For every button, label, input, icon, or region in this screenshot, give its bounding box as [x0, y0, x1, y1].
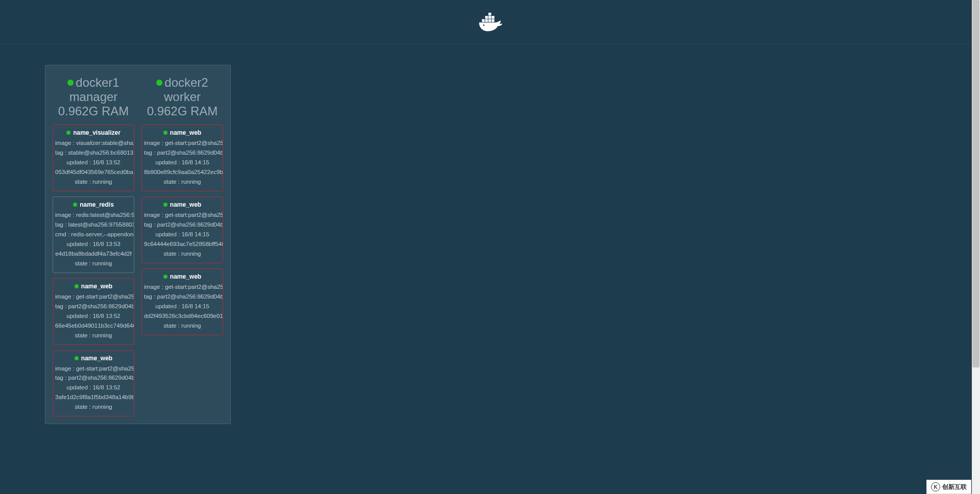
service-list: name_webimage : get-start:part2@sha25tag… — [141, 125, 223, 335]
service-card[interactable]: name_redisimage : redis:latest@sha256:9t… — [53, 196, 134, 273]
service-list: name_visualizerimage : visualizer:stable… — [53, 125, 134, 416]
service-detail-line: updated : 16/8 13:52 — [53, 158, 134, 167]
svg-rect-0 — [482, 19, 484, 22]
status-dot-icon — [163, 131, 168, 135]
service-title: name_web — [81, 283, 112, 290]
header — [0, 0, 980, 44]
service-detail-line: 66e45eb0d49011b3cc749d646 — [53, 321, 134, 331]
status-dot-icon — [163, 275, 168, 279]
svg-rect-7 — [488, 13, 491, 15]
node-column-docker2: docker2 worker 0.962G RAM name_webimage … — [141, 72, 223, 416]
svg-rect-5 — [488, 16, 491, 18]
service-title: name_redis — [80, 201, 114, 208]
service-detail-line: state : running — [53, 259, 134, 268]
service-detail-line: image : get-start:part2@sha25 — [142, 210, 223, 220]
service-detail-line: image : visualizer:stable@sha2 — [53, 138, 134, 148]
service-card[interactable]: name_webimage : get-start:part2@sha25tag… — [141, 125, 223, 191]
service-detail-line: tag : latest@sha256:97558803 — [53, 220, 134, 230]
svg-rect-4 — [485, 16, 488, 18]
node-name: docker2 — [164, 76, 208, 90]
node-header: docker1 manager 0.962G RAM — [53, 72, 134, 125]
status-dot-icon — [156, 80, 162, 86]
status-dot-icon — [73, 203, 77, 207]
service-detail-line: 8b900e89cfc9aa0a25422ec9b1 — [142, 167, 223, 177]
service-detail-line: state : running — [53, 331, 134, 340]
service-detail-line: state : running — [142, 321, 223, 331]
service-card[interactable]: name_webimage : get-start:part2@sha25tag… — [141, 196, 223, 263]
status-dot-icon — [75, 284, 79, 288]
service-detail-line: state : running — [53, 402, 134, 412]
service-detail-line: 3afe1d2c9f8a1f5bd348a14b9b — [53, 392, 134, 402]
service-detail-line: tag : part2@sha256:8629d04b — [142, 292, 223, 302]
service-detail-line: tag : part2@sha256:8629d04b — [142, 148, 223, 158]
service-card[interactable]: name_webimage : get-start:part2@sha25tag… — [141, 268, 223, 335]
service-detail-line: image : redis:latest@sha256:9 — [53, 210, 134, 220]
svg-rect-3 — [491, 19, 494, 22]
node-column-docker1: docker1 manager 0.962G RAM name_visualiz… — [53, 72, 134, 416]
svg-rect-2 — [488, 19, 491, 22]
status-dot-icon — [75, 356, 79, 360]
main-content: docker1 manager 0.962G RAM name_visualiz… — [0, 44, 980, 444]
svg-rect-1 — [485, 19, 488, 22]
node-role: manager — [53, 90, 134, 104]
service-title: name_web — [170, 129, 201, 136]
service-detail-line: 053df45df043569e765ced0ba — [53, 167, 134, 177]
service-detail-line: image : get-start:part2@sha25 — [53, 292, 134, 302]
service-detail-line: state : running — [142, 249, 223, 259]
svg-rect-6 — [491, 16, 494, 18]
node-ram: 0.962G RAM — [141, 104, 223, 118]
service-card[interactable]: name_webimage : get-start:part2@sha25tag… — [53, 278, 134, 345]
service-detail-line: updated : 16/8 14:15 — [142, 158, 223, 167]
service-detail-line: tag : part2@sha256:8629d04b — [142, 220, 223, 230]
status-dot-icon — [66, 131, 70, 135]
service-card[interactable]: name_visualizerimage : visualizer:stable… — [53, 125, 134, 191]
service-detail-line: tag : part2@sha256:8629d04b — [53, 302, 134, 311]
service-detail-line: updated : 16/8 13:52 — [53, 383, 134, 392]
service-title: name_visualizer — [73, 129, 121, 136]
service-detail-line: tag : part2@sha256:8629d04b — [53, 373, 134, 383]
service-detail-line: state : running — [53, 177, 134, 187]
service-detail-line: updated : 16/8 14:15 — [142, 230, 223, 239]
node-ram: 0.962G RAM — [53, 104, 134, 118]
service-card[interactable]: name_webimage : get-start:part2@sha25tag… — [53, 350, 134, 417]
node-header: docker2 worker 0.962G RAM — [141, 72, 223, 125]
status-dot-icon — [67, 80, 74, 86]
service-detail-line: dd2f493528c3cbd84ec609e01 — [142, 311, 223, 321]
service-detail-line: cmd : redis-server,--appendon — [53, 230, 134, 239]
docker-whale-icon — [475, 11, 505, 33]
service-detail-line: e4d18ba8bdaddf4a73efc4d2f — [53, 249, 134, 259]
service-detail-line: image : get-start:part2@sha25 — [142, 282, 223, 292]
service-detail-line: updated : 16/8 13:52 — [53, 311, 134, 321]
service-detail-line: updated : 16/8 14:15 — [142, 302, 223, 311]
service-detail-line: tag : stable@sha256:bc680132 — [53, 148, 134, 158]
status-dot-icon — [163, 203, 168, 207]
scrollbar-track[interactable] — [972, 0, 980, 444]
service-detail-line: image : get-start:part2@sha25 — [142, 138, 223, 148]
nodes-panel: docker1 manager 0.962G RAM name_visualiz… — [45, 65, 231, 424]
service-title: name_web — [170, 273, 201, 280]
service-detail-line: updated : 16/8 13:53 — [53, 239, 134, 249]
service-title: name_web — [81, 355, 112, 362]
svg-point-8 — [483, 24, 484, 26]
node-name: docker1 — [76, 76, 119, 90]
node-role: worker — [141, 90, 223, 104]
service-title: name_web — [170, 201, 201, 208]
scrollbar-thumb[interactable] — [972, 0, 979, 367]
service-detail-line: image : get-start:part2@sha25 — [53, 364, 134, 374]
service-detail-line: state : running — [142, 177, 223, 187]
service-detail-line: 9c64444e693ac7e52858bff546 — [142, 239, 223, 249]
